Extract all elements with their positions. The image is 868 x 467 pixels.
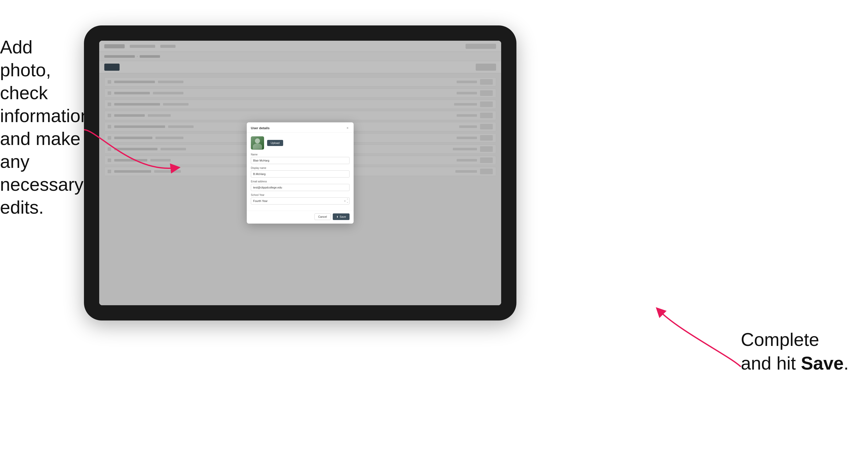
user-details-modal: User details × Upload Name	[247, 122, 353, 224]
cancel-button[interactable]: Cancel	[314, 213, 331, 220]
modal-header: User details ×	[247, 122, 353, 133]
name-label: Name	[251, 153, 349, 156]
avatar-image	[251, 136, 264, 150]
right-annotation: Complete and hit Save.	[741, 328, 853, 375]
display-name-input[interactable]	[251, 170, 349, 178]
save-icon: ⬆	[336, 215, 338, 218]
display-name-field-group: Display name	[251, 166, 349, 178]
left-annotation: Add photo, check information and make an…	[0, 36, 87, 219]
right-annotation-text2: .	[844, 353, 849, 373]
email-field-group: Email address	[251, 180, 349, 191]
avatar-row: Upload	[251, 136, 349, 150]
upload-button[interactable]: Upload	[267, 140, 283, 146]
name-field-group: Name	[251, 153, 349, 164]
school-year-input[interactable]	[251, 197, 349, 205]
email-label: Email address	[251, 180, 349, 183]
right-arrow	[654, 306, 743, 370]
email-input[interactable]	[251, 184, 349, 191]
modal-body: Upload Name Display name Email addre	[247, 133, 353, 211]
avatar	[251, 136, 264, 150]
school-year-label: School Year	[251, 193, 349, 196]
school-year-controls: × ⌃⌄	[344, 199, 348, 203]
display-name-label: Display name	[251, 166, 349, 169]
modal-close-button[interactable]: ×	[345, 126, 349, 130]
name-input[interactable]	[251, 157, 349, 164]
modal-footer: Cancel ⬆ Save	[247, 211, 353, 224]
school-year-clear-button[interactable]: ×	[344, 200, 346, 203]
left-arrow	[82, 127, 178, 184]
right-annotation-bold: Save	[801, 353, 844, 373]
school-year-field-group: School Year × ⌃⌄	[251, 193, 349, 205]
school-year-row: × ⌃⌄	[251, 197, 349, 205]
save-button-label: Save	[340, 215, 346, 218]
save-button[interactable]: ⬆ Save	[333, 213, 349, 220]
modal-title: User details	[251, 126, 270, 130]
school-year-dropdown-button[interactable]: ⌃⌄	[346, 199, 348, 203]
